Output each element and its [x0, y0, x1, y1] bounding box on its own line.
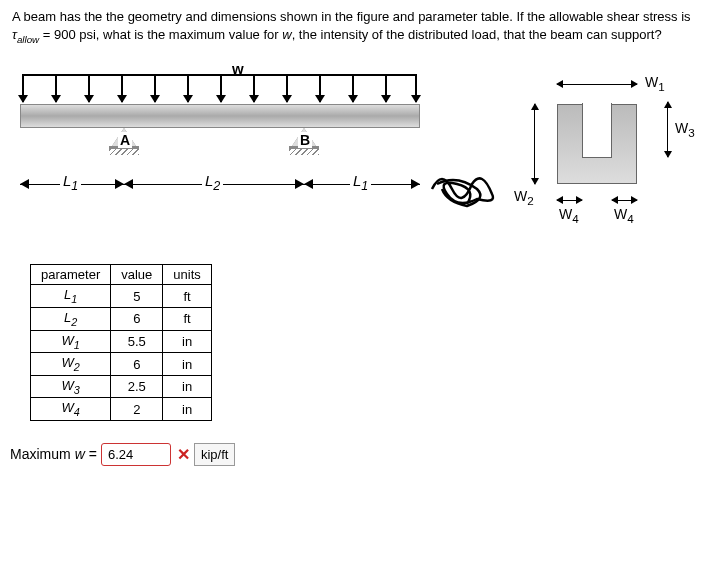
table-row: W26in [31, 353, 212, 376]
answer-variable: w [75, 446, 85, 462]
header-units: units [163, 265, 211, 285]
table-row: W32.5in [31, 375, 212, 398]
cross-section: W1 W2 W3 W4 W4 [512, 74, 712, 224]
answer-equals: = [89, 446, 97, 462]
table-row: W42in [31, 398, 212, 421]
problem-statement: A beam has the the geometry and dimensio… [0, 0, 724, 54]
header-value: value [111, 265, 163, 285]
distributed-load [22, 74, 417, 104]
incorrect-icon: ✕ [177, 445, 190, 464]
figure: w A B L1 L2 L1 [12, 64, 712, 244]
answer-units: kip/ft [194, 443, 235, 466]
table-row: L26ft [31, 308, 212, 331]
tau-value: = 900 psi, what is the maximum value for [43, 27, 283, 42]
header-parameter: parameter [31, 265, 111, 285]
problem-text-2: , the intensity of the distributed load,… [292, 27, 662, 42]
scribble-mark [427, 164, 507, 214]
beam [20, 104, 420, 128]
answer-row: Maximum w = ✕ kip/ft [10, 443, 714, 466]
answer-input[interactable] [101, 443, 171, 466]
parameter-table: parameter value units L15ftL26ftW15.5inW… [30, 264, 212, 421]
support-label-b: B [298, 132, 312, 148]
support-label-a: A [118, 132, 132, 148]
cross-section-shape [557, 104, 637, 184]
table-row: W15.5in [31, 330, 212, 353]
tau-subscript: allow [17, 34, 39, 45]
table-header-row: parameter value units [31, 265, 212, 285]
w-variable: w [282, 27, 291, 42]
table-row: L15ft [31, 285, 212, 308]
problem-text-1: A beam has the the geometry and dimensio… [12, 9, 691, 24]
answer-label-prefix: Maximum [10, 446, 71, 462]
